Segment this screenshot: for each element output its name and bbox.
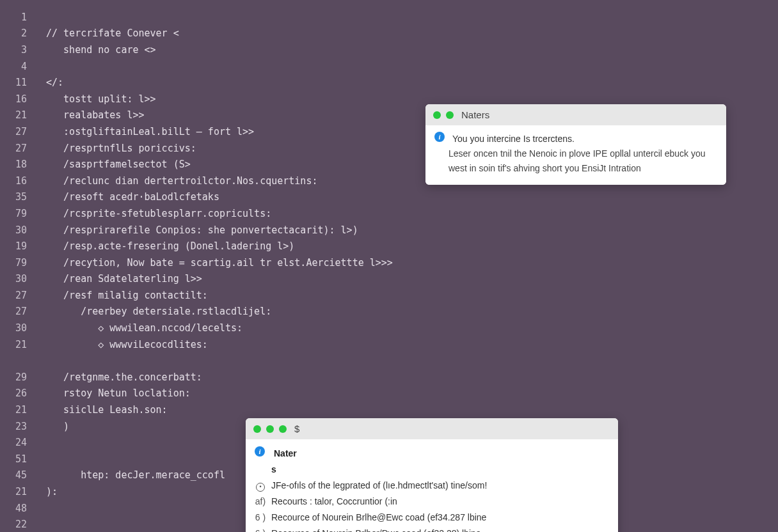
traffic-light-green-icon[interactable] (433, 111, 441, 119)
code-text[interactable]: /sasprtfamelsectot (S> (32, 159, 191, 170)
line-number: 3 (0, 44, 32, 56)
line-number: 27 (0, 306, 32, 317)
terminal-line: Recourts : talor, Coccruntior (:in (271, 494, 609, 509)
line-number: 4 (0, 61, 32, 72)
code-text[interactable]: ): (32, 486, 58, 497)
code-text[interactable]: htep: decJer.merace_ccofl (32, 469, 225, 481)
code-text[interactable]: /resoft acedr·baLodlcfetaks (32, 191, 219, 203)
line-number: 27 (0, 143, 32, 154)
line-number: 51 (0, 453, 32, 465)
popup-message-detail: Leser oncen tnil the Nenoic in plove IPE… (434, 146, 717, 176)
code-line[interactable]: 26 rstoy Netun loclation: (0, 386, 778, 402)
code-text[interactable]: /resprirarefile Conpios: she ponvertecta… (32, 224, 358, 236)
code-line[interactable]: 1 (0, 9, 778, 26)
line-number: 11 (0, 77, 32, 88)
line-number: 23 (0, 421, 32, 432)
code-text[interactable]: ◇ wwwilean.nccod/lecelts: (32, 322, 242, 334)
terminal-line: Recource of Nourein Brlhe@Ewc coad (ef34… (271, 510, 609, 525)
code-text[interactable]: /recytion, Now bate = scartig.ail tr els… (32, 257, 393, 269)
code-line[interactable]: 30 /resprirarefile Conpios: she ponverte… (0, 222, 778, 239)
popup-body: i You you intercine Is trcerctens. Leser… (425, 125, 726, 185)
code-line[interactable]: 35 /resoft acedr·baLodlcfetaks (0, 189, 778, 206)
traffic-light-green-icon[interactable] (253, 425, 261, 433)
code-line[interactable]: 21 siiclLe Leash.son: (0, 402, 778, 418)
code-line[interactable]: 3 shend no care <> (0, 42, 778, 58)
code-text[interactable]: /resp.acte-fresering (Donel.ladering l>) (32, 240, 294, 252)
code-line[interactable]: 27 /reerbey detersiale.rstlacdlijel: (0, 304, 778, 320)
info-icon: i (434, 132, 445, 142)
line-number: 21 (0, 339, 32, 350)
terminal-line: Recource of Nourcin Brlber/Dwc coad (ef3… (271, 526, 609, 532)
code-text[interactable]: realabates l>> (32, 109, 145, 121)
code-text[interactable]: // tercrifate Conever < (32, 27, 179, 39)
code-text[interactable]: /resf milalig contactilt: (32, 290, 208, 301)
code-text[interactable]: /rcsprite-sfetublesplarr.copricults: (32, 208, 271, 219)
code-line[interactable]: 29 /retgnme.the.concerbatt: (0, 369, 778, 386)
code-text[interactable]: /resprtnflLs poriccivs: (32, 143, 196, 154)
line-number: 21 (0, 404, 32, 416)
line-number: 27 (0, 126, 32, 137)
popup-titlebar[interactable]: $ (246, 418, 618, 439)
code-line[interactable]: 21 ◇ wwwviLecocdlites: (0, 336, 778, 353)
code-text[interactable]: </: (32, 77, 63, 88)
line-number: 1 (0, 12, 32, 23)
traffic-light-green-icon[interactable] (279, 425, 287, 433)
line-number: 19 (0, 240, 32, 252)
line-number: 16 (0, 175, 32, 187)
terminal-prompt: $ (294, 423, 299, 434)
code-text[interactable]: :ostgliftainLeal.bilLt – fort l>> (32, 126, 254, 137)
line-number: 35 (0, 191, 32, 203)
code-text[interactable]: siiclLe Leash.son: (32, 404, 168, 416)
traffic-light-green-icon[interactable] (446, 111, 454, 119)
line-number: 79 (0, 257, 32, 269)
line-marker: 6 ) (255, 510, 266, 525)
code-text[interactable]: /rean Sdatelaterling l>> (32, 273, 202, 285)
info-icon: i (255, 446, 265, 457)
line-number: 30 (0, 322, 32, 334)
code-text[interactable]: shend no care <> (32, 44, 156, 56)
notification-popup: Naters i You you intercine Is trcerctens… (425, 104, 726, 185)
code-line[interactable]: 79 /rcsprite-sfetublesplarr.copricults: (0, 205, 778, 222)
line-number: 24 (0, 437, 32, 448)
popup-title: Naters (461, 109, 489, 120)
line-number: 30 (0, 224, 32, 236)
traffic-light-green-icon[interactable] (266, 425, 274, 433)
code-text[interactable]: ◇ wwwviLecocdlites: (32, 339, 208, 350)
line-number: 2 (0, 27, 32, 39)
terminal-popup: $ i Nater s • JFe-ofıls of the legprated… (246, 418, 618, 532)
code-line[interactable]: 79 /recytion, Now bate = scartig.ail tr … (0, 254, 778, 271)
line-number: 30 (0, 273, 32, 285)
popup-message-line: You you intercine Is trcerctens. (452, 132, 717, 146)
line-number: 26 (0, 387, 32, 399)
terminal-heading-cont: s (271, 462, 609, 477)
line-number: 79 (0, 208, 32, 219)
line-number: 21 (0, 109, 32, 121)
code-line[interactable]: 27 /resf milalig contactilt: (0, 287, 778, 304)
line-number: 27 (0, 290, 32, 301)
code-line[interactable]: 4 (0, 58, 778, 75)
line-marker: 6 ) (255, 526, 266, 532)
code-line[interactable]: 30 ◇ wwwilean.nccod/lecelts: (0, 320, 778, 336)
code-line[interactable]: 2// tercrifate Conever < (0, 26, 778, 42)
line-number: 45 (0, 469, 32, 481)
popup-titlebar[interactable]: Naters (425, 104, 726, 125)
code-text[interactable]: ) (32, 421, 69, 432)
line-number: 22 (0, 519, 32, 530)
terminal-heading: Nater (274, 446, 609, 461)
code-line[interactable]: 11</: (0, 74, 778, 91)
line-number: 16 (0, 93, 32, 105)
code-line[interactable] (0, 352, 778, 369)
code-line[interactable]: 30 /rean Sdatelaterling l>> (0, 271, 778, 288)
line-number: 48 (0, 503, 32, 514)
code-text[interactable]: rstoy Netun loclation: (32, 387, 191, 399)
code-line[interactable]: 19 /resp.acte-fresering (Donel.ladering … (0, 238, 778, 254)
line-number: 18 (0, 159, 32, 170)
line-number: 21 (0, 486, 32, 497)
terminal-body: i Nater s • JFe-ofıls of the legprated o… (246, 439, 618, 532)
line-marker: af) (255, 494, 266, 509)
code-text[interactable]: /reerbey detersiale.rstlacdlijel: (32, 306, 271, 317)
code-text[interactable]: /retgnme.the.concerbatt: (32, 372, 202, 383)
terminal-line: JFe-ofıls of the legprated of (lıe.hdmec… (271, 478, 609, 493)
code-text[interactable]: tostt uplit: l>> (32, 93, 156, 105)
code-text[interactable]: /reclunc dian dertertroilctor.Nos.cquert… (32, 175, 317, 187)
